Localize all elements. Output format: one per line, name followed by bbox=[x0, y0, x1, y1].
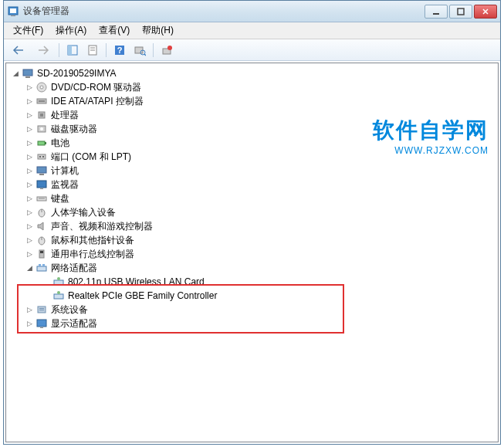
tree-item[interactable]: ▷人体学输入设备 bbox=[8, 205, 496, 219]
tree-item-network-adapter[interactable]: 802.11n USB Wireless LAN Card bbox=[8, 275, 496, 289]
uninstall-button[interactable] bbox=[157, 42, 176, 59]
tree-item[interactable]: ▷系统设备 bbox=[8, 303, 496, 317]
menubar: 文件(F) 操作(A) 查看(V) 帮助(H) bbox=[4, 22, 500, 39]
svg-rect-4 bbox=[458, 8, 464, 15]
svg-rect-52 bbox=[39, 308, 44, 309]
expand-icon[interactable]: ▷ bbox=[25, 83, 34, 92]
svg-point-26 bbox=[40, 127, 43, 130]
minimize-button[interactable] bbox=[425, 5, 448, 19]
tree-item-network-adapter[interactable]: Realtek PCIe GBE Family Controller bbox=[8, 289, 496, 303]
collapse-icon[interactable]: ◢ bbox=[25, 263, 34, 273]
expand-icon[interactable]: ▷ bbox=[25, 222, 34, 231]
properties-button[interactable] bbox=[83, 42, 102, 59]
expand-icon[interactable]: ▷ bbox=[25, 138, 34, 147]
svg-rect-18 bbox=[25, 76, 30, 78]
back-button[interactable] bbox=[7, 42, 30, 59]
svg-rect-22 bbox=[39, 100, 45, 102]
svg-point-20 bbox=[40, 86, 43, 89]
tree-item[interactable]: ▷处理器 bbox=[8, 108, 496, 122]
maximize-button[interactable] bbox=[449, 5, 472, 19]
svg-rect-54 bbox=[37, 320, 46, 327]
menu-file[interactable]: 文件(F) bbox=[7, 22, 49, 39]
battery-icon bbox=[36, 137, 48, 149]
menu-view[interactable]: 查看(V) bbox=[93, 22, 136, 39]
tree-item[interactable]: ▷通用串行总线控制器 bbox=[8, 247, 496, 261]
port-icon bbox=[36, 151, 48, 163]
forward-button[interactable] bbox=[32, 42, 55, 59]
network-label: 网络适配器 bbox=[51, 262, 97, 275]
display-icon bbox=[36, 317, 48, 330]
expand-icon[interactable]: ▷ bbox=[25, 97, 34, 106]
network-adapter-icon bbox=[52, 276, 65, 288]
item-label: 电池 bbox=[51, 137, 69, 150]
item-label: 处理器 bbox=[51, 109, 79, 122]
expand-icon[interactable]: ▷ bbox=[25, 305, 34, 314]
tree-item[interactable]: ▷IDE ATA/ATAPI 控制器 bbox=[8, 94, 496, 108]
svg-rect-33 bbox=[39, 174, 44, 175]
disk-icon bbox=[36, 123, 48, 135]
expand-icon[interactable]: ▷ bbox=[25, 194, 34, 203]
expand-icon[interactable]: ▷ bbox=[25, 166, 34, 175]
toolbar-separator bbox=[59, 43, 59, 57]
help-button[interactable]: ? bbox=[110, 42, 129, 59]
svg-text:?: ? bbox=[117, 46, 123, 55]
window-title: 设备管理器 bbox=[23, 5, 423, 18]
cpu-icon bbox=[36, 109, 48, 121]
tree-root[interactable]: ◢ SD-20190529IMYA bbox=[8, 66, 496, 80]
menu-action[interactable]: 操作(A) bbox=[49, 22, 93, 39]
tree-item[interactable]: ▷电池 bbox=[8, 136, 496, 150]
tree-item[interactable]: ▷键盘 bbox=[8, 191, 496, 205]
toolbar: ? bbox=[4, 39, 500, 61]
tree-item[interactable]: ▷计算机 bbox=[8, 164, 496, 178]
expand-icon[interactable]: ▷ bbox=[25, 110, 34, 120]
expand-icon[interactable]: ▷ bbox=[25, 180, 34, 189]
tree-item-network[interactable]: ◢ 网络适配器 bbox=[8, 261, 496, 275]
mouse-icon bbox=[36, 234, 48, 246]
titlebar[interactable]: 设备管理器 bbox=[4, 1, 500, 22]
window-controls bbox=[423, 5, 497, 19]
tree-item[interactable]: ▷监视器 bbox=[8, 178, 496, 191]
svg-rect-17 bbox=[23, 69, 32, 76]
system-icon bbox=[36, 303, 48, 316]
svg-rect-44 bbox=[37, 266, 46, 271]
item-label: 监视器 bbox=[51, 178, 79, 191]
expand-icon[interactable]: ▷ bbox=[25, 235, 34, 245]
collapse-icon[interactable]: ◢ bbox=[11, 69, 20, 78]
tree-item[interactable]: ▷声音、视频和游戏控制器 bbox=[8, 219, 496, 233]
expand-icon[interactable]: ▷ bbox=[25, 319, 34, 328]
svg-rect-1 bbox=[10, 8, 16, 13]
disc-icon bbox=[36, 81, 48, 93]
toolbar-separator bbox=[153, 43, 154, 57]
sound-icon bbox=[36, 220, 48, 232]
expand-icon[interactable]: ▷ bbox=[25, 124, 34, 134]
expand-icon[interactable]: ▷ bbox=[25, 208, 34, 217]
show-hide-tree-button[interactable] bbox=[63, 42, 82, 59]
item-label: 声音、视频和游戏控制器 bbox=[51, 220, 153, 233]
tree-item[interactable]: ▷显示适配器 bbox=[8, 317, 496, 330]
expand-icon[interactable]: ▷ bbox=[25, 249, 34, 259]
close-button[interactable] bbox=[474, 5, 497, 19]
svg-rect-49 bbox=[54, 294, 63, 299]
item-label: 计算机 bbox=[51, 164, 79, 178]
expand-icon[interactable]: ▷ bbox=[25, 152, 34, 161]
toolbar-separator bbox=[106, 43, 107, 57]
svg-rect-34 bbox=[37, 181, 46, 188]
tree-item[interactable]: ▷鼠标和其他指针设备 bbox=[8, 233, 496, 247]
device-manager-window: 设备管理器 文件(F) 操作(A) 查看(V) 帮助(H) bbox=[3, 0, 501, 445]
item-label: IDE ATA/ATAPI 控制器 bbox=[51, 95, 144, 108]
svg-rect-3 bbox=[433, 13, 439, 15]
network-adapter-icon bbox=[52, 290, 65, 302]
tree-item[interactable]: ▷磁盘驱动器 bbox=[8, 122, 496, 136]
svg-point-48 bbox=[57, 277, 60, 280]
svg-line-14 bbox=[144, 54, 146, 56]
tree-item[interactable]: ▷端口 (COM 和 LPT) bbox=[8, 150, 496, 164]
svg-rect-27 bbox=[38, 141, 45, 145]
scan-hardware-button[interactable] bbox=[130, 42, 149, 59]
usb-icon bbox=[36, 248, 48, 260]
tree-item[interactable]: ▷DVD/CD-ROM 驱动器 bbox=[8, 80, 496, 94]
menu-help[interactable]: 帮助(H) bbox=[136, 22, 180, 39]
svg-point-30 bbox=[39, 156, 41, 157]
device-tree[interactable]: ◢ SD-20190529IMYA ▷DVD/CD-ROM 驱动器▷IDE AT… bbox=[5, 63, 499, 442]
svg-point-31 bbox=[42, 156, 44, 157]
svg-rect-24 bbox=[40, 113, 43, 117]
